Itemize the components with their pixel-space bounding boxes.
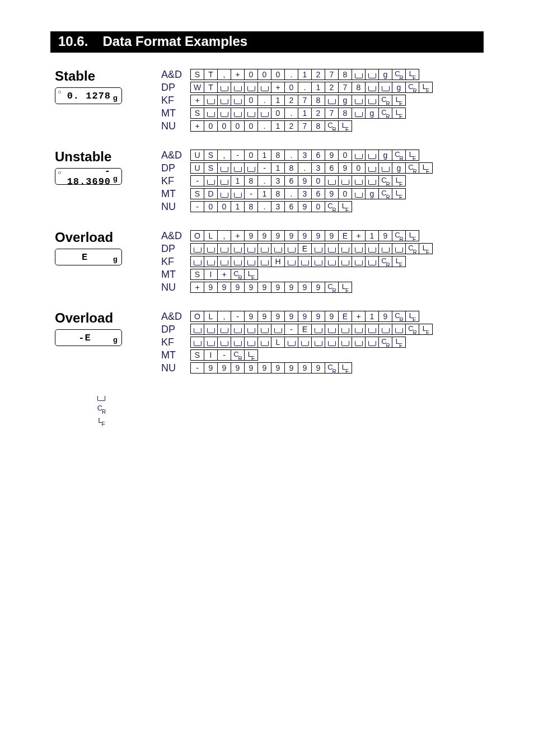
format-row: A&DUS,-018.3690gCRLF (161, 149, 433, 161)
byte-cell: 0 (204, 120, 218, 132)
byte-cell: E (298, 243, 312, 254)
byte-cell: 0 (311, 201, 325, 212)
format-label: A&D (161, 311, 190, 323)
byte-cell: 1 (231, 175, 245, 186)
byte-cell (190, 337, 204, 348)
byte-cell: . (298, 82, 312, 93)
byte-cell (231, 108, 245, 119)
byte-cell (244, 108, 258, 119)
byte-cell: 9 (284, 230, 298, 241)
byte-cell: 7 (325, 108, 339, 119)
byte-cell: 9 (231, 282, 245, 293)
format-row: A&DST,+000.1278gCRLF (161, 68, 433, 81)
display-box: ○0. 1278g (55, 87, 122, 104)
byte-cell (204, 256, 218, 267)
byte-cell: 1 (298, 69, 312, 80)
byte-cell: W (190, 82, 204, 93)
byte-cell: S (204, 150, 218, 161)
byte-cell: CR (392, 230, 406, 241)
byte-cell: 9 (204, 362, 218, 374)
byte-cell: + (190, 120, 204, 132)
format-label: KF (161, 337, 190, 348)
byte-cell: 8 (311, 95, 325, 106)
byte-cell (392, 324, 406, 335)
byte-cell: CR (405, 324, 419, 335)
byte-cell (352, 243, 366, 254)
byte-cell: LF (419, 324, 433, 335)
byte-cell: 9 (244, 311, 258, 322)
byte-cell (325, 256, 339, 267)
byte-cell (311, 337, 325, 348)
byte-cell (231, 324, 245, 335)
byte-cell: - (244, 188, 258, 199)
byte-cell: 9 (284, 311, 298, 322)
byte-cell: LF (338, 201, 352, 212)
byte-cell (204, 337, 218, 348)
display-box: -Eg (55, 329, 122, 346)
format-row: KF-18.3690CRLF (161, 175, 433, 187)
byte-cell: 9 (378, 230, 392, 241)
byte-cell: 9 (284, 362, 298, 374)
format-label: A&D (161, 230, 190, 242)
byte-cell: + (271, 82, 285, 93)
format-label: KF (161, 95, 190, 106)
byte-cell (257, 337, 271, 348)
byte-cell: 8 (311, 120, 325, 132)
byte-cell (378, 324, 392, 335)
byte-cell: LF (419, 82, 433, 93)
format-section: Overload-EgA&DOL,-9999999E+19CRLFDP-ECRL… (55, 310, 484, 374)
byte-cell: 8 (284, 162, 298, 174)
byte-cell (378, 82, 392, 93)
byte-cell: 8 (244, 175, 258, 186)
section-title: Unstable (55, 149, 161, 165)
byte-cell: . (298, 162, 312, 174)
byte-cell (352, 337, 366, 348)
byte-cell: 2 (284, 120, 298, 132)
byte-cell: LF (244, 269, 258, 280)
byte-cell: CR (378, 256, 392, 267)
byte-cell: 0 (352, 162, 366, 174)
byte-cell (204, 175, 218, 186)
byte-cell (271, 243, 285, 254)
byte-cell: 9 (311, 362, 325, 374)
byte-cell (365, 337, 379, 348)
display-unit: g (113, 94, 118, 104)
byte-cell: 9 (244, 362, 258, 374)
byte-cell (231, 95, 245, 106)
byte-cell: 9 (271, 362, 285, 374)
byte-cell: 9 (257, 230, 271, 241)
byte-cell (244, 82, 258, 93)
format-label: MT (161, 269, 190, 281)
heading-title: Data Format Examples (102, 34, 247, 49)
byte-cell (257, 324, 271, 335)
byte-cell (325, 324, 339, 335)
byte-cell: L (204, 311, 218, 322)
byte-cell: , (217, 150, 231, 161)
byte-cell: 9 (217, 362, 231, 374)
format-label: MT (161, 188, 190, 200)
byte-cell: 0 (338, 188, 352, 199)
byte-cell (190, 243, 204, 254)
byte-cell: 9 (311, 230, 325, 241)
byte-cell: . (284, 188, 298, 199)
byte-cell (352, 324, 366, 335)
byte-cell: I (204, 349, 218, 361)
byte-cell: 9 (325, 188, 339, 199)
format-label: NU (161, 120, 190, 132)
byte-cell: 8 (338, 69, 352, 80)
byte-cell (365, 256, 379, 267)
byte-cell: 9 (325, 311, 339, 322)
legend-glyph: LF (93, 414, 110, 430)
byte-cell: CR (325, 282, 339, 293)
byte-cell (257, 256, 271, 267)
byte-cell: CR (378, 175, 392, 186)
byte-cell: . (257, 120, 271, 132)
byte-cell (338, 324, 352, 335)
byte-cell: T (204, 82, 218, 93)
byte-cell (244, 243, 258, 254)
byte-cell: 1 (298, 108, 312, 119)
byte-cell: H (271, 256, 285, 267)
display-value: - 18.3690 (59, 166, 111, 187)
byte-cell: E (338, 230, 352, 241)
byte-cell (311, 324, 325, 335)
